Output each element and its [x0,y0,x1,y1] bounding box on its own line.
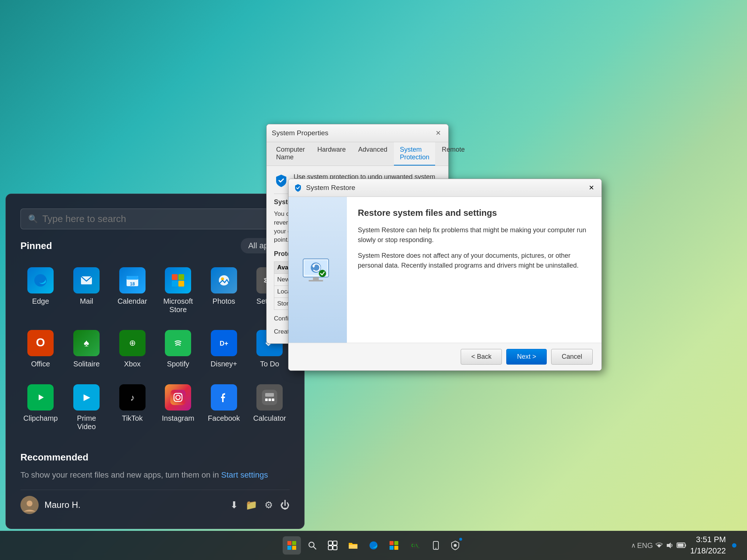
svg-rect-59 [394,546,398,550]
taskbar-store[interactable] [385,536,403,555]
back-button[interactable]: < Back [461,349,502,365]
clock[interactable]: 3:51 PM 1/18/2022 [690,534,726,557]
svg-point-29 [181,393,182,395]
taskbar-taskview[interactable] [324,536,342,555]
tray-chevron[interactable]: ∧ [631,541,636,549]
app-item-xbox[interactable]: ⊕ Xbox [112,325,152,373]
svg-rect-52 [333,541,337,545]
office-icon: O [27,330,54,356]
svg-rect-55 [349,545,357,549]
disney-label: Disney+ [210,360,237,368]
svg-text:18: 18 [130,281,135,287]
next-button[interactable]: Next > [506,349,547,365]
office-label: Office [31,360,50,368]
pinned-section: Pinned All apps › Edge [20,238,290,443]
app-item-calculator[interactable]: Calculator [249,379,290,436]
app-item-mail[interactable]: Mail [66,262,107,319]
system-tray: ∧ ENG [631,541,687,550]
calendar-icon: 18 [119,267,146,293]
svg-rect-47 [287,546,291,550]
search-icon: 🔍 [28,214,38,224]
app-item-tiktok[interactable]: ♪ TikTok [112,379,152,436]
start-settings-link[interactable]: Start settings [221,470,268,479]
search-input[interactable] [42,213,282,225]
svg-point-64 [454,544,457,547]
tray-lang[interactable]: ENG [637,541,653,550]
cancel-button[interactable]: Cancel [551,349,593,365]
primevideo-icon: ▶ [73,384,100,411]
dialog-tabs: Computer Name Hardware Advanced System P… [267,142,448,166]
app-item-solitaire[interactable]: ♠ Solitaire [66,325,107,373]
app-item-disney[interactable]: D+ Disney+ [204,325,244,373]
svg-point-37 [27,501,32,506]
tab-remote[interactable]: Remote [436,142,471,166]
tab-advanced[interactable]: Advanced [352,142,393,166]
wifi-icon [654,541,664,550]
svg-rect-7 [178,281,184,287]
taskbar-phonelink[interactable] [426,536,444,555]
tab-system-protection[interactable]: System Protection [394,142,435,166]
desktop: 🔍 Pinned All apps › Edge [0,0,747,560]
app-item-office[interactable]: O Office [20,325,61,373]
app-item-msstore[interactable]: Microsoft Store [158,262,198,319]
facebook-icon [211,384,237,411]
app-item-facebook[interactable]: Facebook [204,379,244,436]
calculator-icon [256,384,283,411]
svg-rect-2 [127,276,138,280]
svg-line-50 [313,547,316,549]
taskbar-security[interactable] [446,536,464,555]
battery-icon [676,541,687,550]
app-item-primevideo[interactable]: ▶ Prime Video [66,379,107,436]
user-info[interactable]: Mauro H. [20,496,81,514]
search-bar[interactable]: 🔍 [20,209,290,229]
taskbar: C:\_ ∧ ENG 3:51 PM 1/18/202 [0,531,747,560]
mail-label: Mail [80,297,93,306]
svg-text:O: O [36,336,45,349]
svg-point-63 [436,548,437,549]
user-section: Mauro H. ⬇ 📁 ⚙ ⏻ [20,490,290,514]
taskbar-fileexplorer[interactable] [344,536,362,555]
pinned-title: Pinned [20,240,52,252]
start-button[interactable] [283,536,301,555]
wizard-close-button[interactable]: ✕ [586,183,596,193]
user-actions: ⬇ 📁 ⚙ ⏻ [230,499,290,511]
notification-center[interactable] [729,534,740,556]
settings-action-icon[interactable]: ⚙ [264,499,273,511]
photos-icon [211,267,237,293]
svg-rect-68 [685,544,686,547]
app-item-photos[interactable]: Photos [204,262,244,319]
app-item-edge[interactable]: Edge [20,262,61,319]
power-icon[interactable]: ⏻ [280,499,290,511]
taskbar-edge[interactable] [364,536,383,555]
app-item-calendar[interactable]: 18 Calendar [112,262,152,319]
download-icon[interactable]: ⬇ [230,499,238,511]
recommended-title: Recommended [20,452,290,463]
dialog-close-button[interactable]: ✕ [433,128,443,138]
app-item-instagram[interactable]: Instagram [158,379,198,436]
wizard-sidebar [289,197,347,343]
system-restore-wizard: System Restore ✕ [288,179,602,371]
taskbar-terminal[interactable]: C:\_ [405,536,423,555]
svg-text:D+: D+ [220,340,228,347]
mail-icon [73,267,100,293]
taskbar-right: ∧ ENG 3:51 PM 1/18/2022 [631,534,740,557]
tab-computer-name[interactable]: Computer Name [270,142,311,166]
svg-rect-67 [678,544,684,547]
section-header: Pinned All apps › [20,238,290,253]
solitaire-icon: ♠ [73,330,100,356]
app-grid: Edge Mail 18 Calendar [20,262,290,436]
app-item-clipchamp[interactable]: Clipchamp [20,379,61,436]
svg-text:♪: ♪ [130,393,135,402]
xbox-label: Xbox [124,360,141,368]
taskbar-search[interactable] [303,536,321,555]
restore-illustration [296,248,340,292]
dialog-titlebar: System Properties ✕ [267,124,448,142]
start-menu: 🔍 Pinned All apps › Edge [5,194,305,529]
folder-icon[interactable]: 📁 [245,499,257,511]
sp-shield-icon [274,173,289,188]
app-item-spotify[interactable]: Spotify [158,325,198,373]
svg-rect-31 [262,390,277,405]
tab-hardware[interactable]: Hardware [311,142,352,166]
xbox-icon: ⊕ [119,330,146,356]
volume-icon [665,541,675,550]
